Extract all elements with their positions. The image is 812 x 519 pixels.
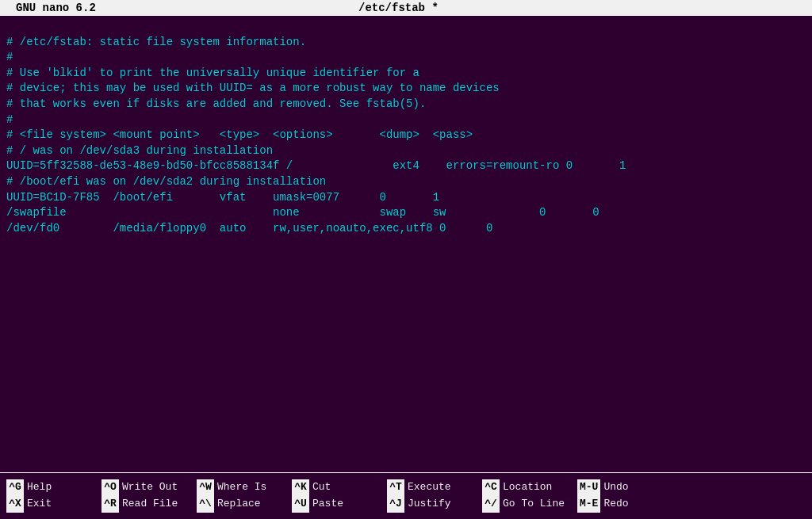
shortcut-label: Paste — [312, 496, 343, 513]
editor-line: # device; this may be used with UUID= as… — [6, 81, 806, 97]
shortcut-row: ^KCut — [292, 479, 374, 496]
shortcut-key[interactable]: ^/ — [482, 496, 500, 513]
shortcut-row: ^OWrite Out — [102, 479, 184, 496]
shortcut-key[interactable]: ^G — [6, 479, 24, 496]
editor-area[interactable]: # /etc/fstab: static file system informa… — [0, 16, 812, 483]
editor-line: UUID=BC1D-7F85 /boot/efi vfat umask=0077… — [6, 190, 806, 206]
shortcut-key[interactable]: M-U — [577, 479, 600, 496]
editor-line: # <file system> <mount point> <type> <op… — [6, 128, 806, 143]
shortcut-key[interactable]: ^R — [102, 496, 119, 513]
editor-line: # — [6, 50, 806, 66]
shortcut-row: M-UUndo — [577, 479, 660, 496]
shortcut-row: ^WWhere Is — [197, 479, 279, 496]
shortcut-row: ^GHelp — [6, 479, 89, 496]
editor-line: /swapfile none swap sw 0 0 — [6, 205, 806, 221]
shortcut-label: Cut — [312, 479, 331, 496]
shortcut-label: Write Out — [122, 479, 178, 496]
shortcut-label: Location — [503, 479, 552, 496]
shortcut-group: ^OWrite Out^RRead File — [95, 473, 190, 519]
editor-line: # /etc/fstab: static file system informa… — [6, 35, 806, 51]
shortcut-row: ^RRead File — [102, 496, 184, 513]
shortcut-group: ^TExecute^JJustify — [381, 473, 476, 519]
shortcut-row: ^/Go To Line — [482, 496, 565, 513]
shortcut-key[interactable]: ^X — [6, 496, 24, 513]
file-title: /etc/fstab * — [96, 2, 701, 14]
shortcut-row: ^JJustify — [387, 496, 469, 513]
shortcut-row: M-ERedo — [577, 496, 660, 513]
shortcut-key[interactable]: ^U — [292, 496, 309, 513]
title-bar: GNU nano 6.2 /etc/fstab * — [0, 0, 812, 16]
shortcut-key[interactable]: ^K — [292, 479, 309, 496]
shortcut-key[interactable]: ^\ — [197, 496, 214, 513]
shortcut-label: Execute — [408, 479, 451, 496]
shortcut-key[interactable]: ^O — [102, 479, 119, 496]
editor-line: # that works even if disks are added and… — [6, 97, 806, 113]
shortcut-key[interactable]: M-E — [577, 496, 600, 513]
editor-line: /dev/fd0 /media/floppy0 auto rw,user,noa… — [6, 221, 806, 237]
editor-line: # /boot/efi was on /dev/sda2 during inst… — [6, 174, 806, 190]
shortcut-group: ^CLocation^/Go To Line — [476, 473, 571, 519]
shortcut-group: M-UUndoM-ERedo — [571, 473, 666, 519]
editor-line: UUID=5ff32588-de53-48e9-bd50-bfcc8588134… — [6, 158, 806, 174]
shortcut-row: ^CLocation — [482, 479, 565, 496]
shortcut-key[interactable]: ^C — [482, 479, 500, 496]
shortcut-key[interactable]: ^J — [387, 496, 404, 513]
shortcut-label: Go To Line — [503, 496, 565, 513]
shortcut-row: ^XExit — [6, 496, 89, 513]
shortcut-label: Read File — [122, 496, 178, 513]
shortcut-label: Where Is — [217, 479, 266, 496]
shortcut-key[interactable]: ^T — [387, 479, 404, 496]
shortcut-group: ^WWhere Is^\Replace — [190, 473, 285, 519]
bottom-bar: ^GHelp^XExit^OWrite Out^RRead File^WWher… — [0, 473, 812, 519]
shortcut-label: Replace — [217, 496, 261, 513]
shortcut-label: Help — [27, 479, 52, 496]
app-title: GNU nano 6.2 — [16, 2, 96, 14]
shortcut-row: ^TExecute — [387, 479, 469, 496]
shortcut-label: Justify — [408, 496, 451, 513]
shortcut-group: ^GHelp^XExit — [0, 473, 95, 519]
shortcut-label: Undo — [603, 479, 628, 496]
shortcut-label: Exit — [27, 496, 52, 513]
editor-line: # Use 'blkid' to print the universally u… — [6, 66, 806, 82]
shortcut-row: ^\Replace — [197, 496, 279, 513]
shortcut-key[interactable]: ^W — [197, 479, 214, 496]
shortcut-label: Redo — [603, 496, 628, 513]
editor-line: # — [6, 113, 806, 128]
shortcut-row: ^UPaste — [292, 496, 374, 513]
shortcut-group: ^KCut^UPaste — [285, 473, 381, 519]
editor-line: # / was on /dev/sda3 during installation — [6, 143, 806, 159]
